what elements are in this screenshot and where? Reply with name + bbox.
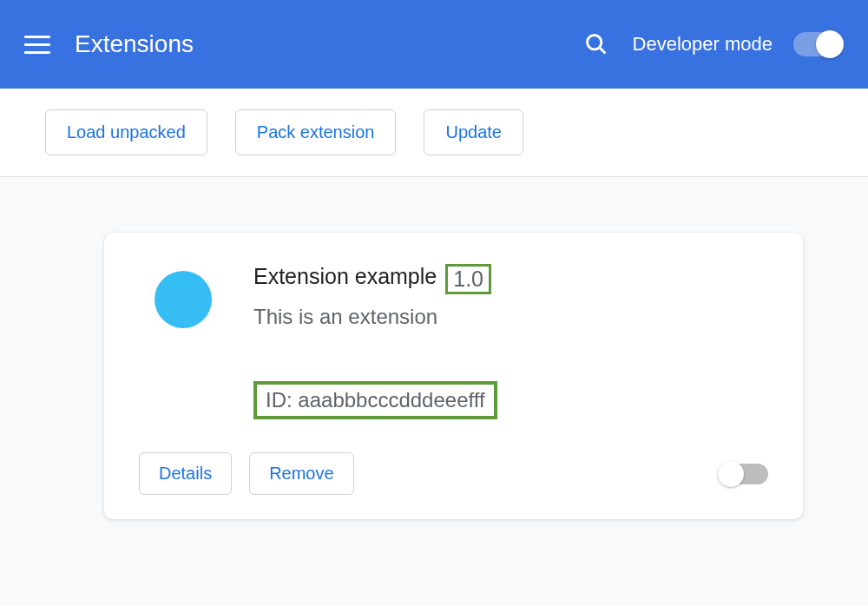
extension-version: 1.0 [453, 267, 483, 291]
hamburger-menu-icon[interactable] [24, 31, 50, 57]
extension-version-highlight: 1.0 [445, 264, 491, 294]
extension-card-top: Extension example 1.0 This is an extensi… [139, 264, 768, 329]
extension-icon [155, 271, 212, 328]
extension-id-row: ID: aaabbbcccdddeeefff [253, 381, 768, 419]
extension-name: Extension example [253, 264, 437, 289]
developer-toolbar: Load unpacked Pack extension Update [0, 89, 868, 177]
extension-name-row: Extension example 1.0 [253, 264, 768, 294]
extension-description: This is an extension [253, 305, 768, 329]
developer-mode-toggle[interactable] [793, 32, 844, 56]
update-button[interactable]: Update [424, 109, 523, 155]
extension-card-actions: Details Remove [139, 452, 768, 495]
search-icon[interactable] [584, 32, 608, 56]
remove-button[interactable]: Remove [249, 452, 353, 495]
pack-extension-button[interactable]: Pack extension [235, 109, 397, 155]
toggle-knob [718, 461, 744, 487]
details-button[interactable]: Details [139, 452, 232, 495]
load-unpacked-button[interactable]: Load unpacked [45, 109, 207, 155]
extension-enable-toggle[interactable] [720, 464, 768, 484]
extensions-content: Extension example 1.0 This is an extensi… [0, 177, 868, 605]
developer-mode-label: Developer mode [633, 33, 773, 56]
svg-line-1 [599, 48, 605, 54]
header-bar: Extensions Developer mode [0, 0, 868, 89]
page-title: Extensions [75, 30, 584, 58]
extension-id: ID: aaabbbcccdddeeefff [266, 388, 485, 412]
toggle-knob [816, 30, 844, 58]
extension-id-highlight: ID: aaabbbcccdddeeefff [253, 381, 497, 419]
extension-card: Extension example 1.0 This is an extensi… [104, 233, 803, 519]
svg-point-0 [587, 36, 601, 49]
extension-info: Extension example 1.0 This is an extensi… [253, 264, 768, 329]
